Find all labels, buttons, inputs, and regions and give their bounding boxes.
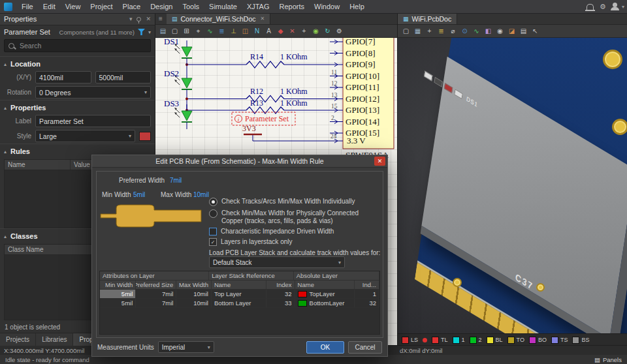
- layer-tab-bs[interactable]: BS: [572, 337, 589, 344]
- menu-item-help[interactable]: Help: [345, 1, 369, 12]
- value-r13[interactable]: 1 KOhm: [280, 99, 308, 108]
- y-coordinate-field[interactable]: 5000mil: [95, 71, 152, 83]
- resistor-r14[interactable]: [246, 61, 284, 68]
- document-menu-icon[interactable]: ≡: [155, 13, 167, 24]
- panel-close-icon[interactable]: ✕: [146, 16, 151, 22]
- no-erc-icon[interactable]: ✕: [287, 26, 298, 36]
- panel-menu-chevron-icon[interactable]: ▾: [129, 16, 133, 22]
- designator-ds3[interactable]: DS3: [164, 99, 179, 108]
- rules-col-name[interactable]: Name: [5, 160, 71, 170]
- designator-ds1[interactable]: DS1: [164, 38, 179, 46]
- cell-abs-layer[interactable]: TopLayer: [295, 290, 355, 298]
- menu-item-window[interactable]: Window: [310, 1, 344, 12]
- bus-tool-icon[interactable]: ≣: [216, 26, 227, 36]
- fit-view-icon[interactable]: ▢: [169, 26, 180, 36]
- cross-probe-icon[interactable]: ⌖: [193, 26, 204, 36]
- min-width-value[interactable]: 5mil: [133, 191, 145, 198]
- filter-chevron-icon[interactable]: ▾: [148, 29, 151, 35]
- menu-item-edit[interactable]: Edit: [39, 1, 60, 12]
- measure-icon[interactable]: ⌀: [447, 26, 458, 36]
- menu-item-tools[interactable]: Tools: [178, 1, 204, 12]
- cell-abs-index[interactable]: 32: [355, 299, 379, 307]
- layer-tab-2[interactable]: 2: [470, 337, 482, 344]
- col-min-width[interactable]: Min Width: [100, 281, 136, 289]
- gpio-label[interactable]: GPIO[8]: [346, 48, 376, 58]
- style-color-swatch[interactable]: [139, 132, 151, 141]
- layer-tab-ls[interactable]: LS: [402, 337, 418, 344]
- wire-tool-icon[interactable]: ∿: [204, 26, 216, 36]
- col-preferred-size[interactable]: Preferred Size: [136, 281, 176, 289]
- zoom-area-icon[interactable]: ⊞: [181, 26, 192, 36]
- tab-projects[interactable]: Projects: [0, 333, 36, 346]
- cell-abs-index[interactable]: 1: [355, 290, 379, 298]
- cell-preferred-size[interactable]: 7mil: [136, 299, 176, 307]
- cell-layer-index[interactable]: 33: [266, 299, 295, 307]
- user-menu-chevron-icon[interactable]: ▾: [622, 4, 624, 10]
- parameter-set-directive[interactable]: i Parameter Set: [232, 112, 295, 125]
- menu-item-simulate[interactable]: Simulate: [204, 1, 242, 12]
- col-index[interactable]: Index: [266, 281, 295, 289]
- move-tool-icon[interactable]: +: [424, 26, 435, 36]
- col-abs-name[interactable]: Name: [295, 281, 355, 289]
- ok-button[interactable]: OK: [306, 341, 344, 354]
- cell-layer-name[interactable]: Top Layer: [212, 290, 266, 298]
- value-r12[interactable]: 1 KOhm: [280, 87, 308, 96]
- value-r14[interactable]: 1 KOhm: [280, 52, 308, 61]
- cell-min-width[interactable]: 5mil: [100, 290, 136, 298]
- pcb-3d-viewport[interactable]: DS1 C37: [398, 38, 627, 333]
- highlight-net-icon[interactable]: ◉: [310, 26, 321, 36]
- menu-item-design[interactable]: Design: [146, 1, 177, 12]
- mask-icon[interactable]: ◪: [506, 26, 517, 36]
- cell-max-width[interactable]: 10mil: [176, 290, 212, 298]
- search-box[interactable]: [4, 39, 151, 52]
- cell-layer-name[interactable]: Bottom Layer: [212, 299, 266, 307]
- panels-button[interactable]: ▤ Panels: [594, 356, 622, 363]
- cell-min-width[interactable]: 5mil: [100, 299, 136, 307]
- layer-tab-1[interactable]: 1: [453, 337, 465, 344]
- measurement-units-dropdown[interactable]: Imperial ▾: [158, 341, 214, 353]
- max-width-value[interactable]: 10mil: [193, 191, 209, 198]
- filter-scope-label[interactable]: Components (and 11 more): [59, 29, 135, 36]
- cell-preferred-size[interactable]: 7mil: [136, 290, 176, 298]
- settings-gear-icon[interactable]: ⚙: [597, 3, 609, 11]
- layer-tab-bl[interactable]: BL: [487, 337, 503, 344]
- directive-icon[interactable]: ◆: [275, 26, 286, 36]
- user-account-icon[interactable]: [609, 6, 621, 7]
- menu-item-place[interactable]: Place: [118, 1, 146, 12]
- x-coordinate-field[interactable]: 4100mil: [35, 71, 91, 83]
- layer-tab-bo[interactable]: BO: [529, 337, 547, 344]
- net-label-icon[interactable]: N: [251, 26, 263, 36]
- preferences-icon[interactable]: ⚙: [334, 26, 345, 36]
- refresh-view-icon[interactable]: ↻: [322, 26, 333, 36]
- tab-pcb-document[interactable]: ▦ WiFi.PcbDoc: [398, 13, 457, 24]
- ref-r14[interactable]: R14: [250, 52, 263, 61]
- cancel-button[interactable]: Cancel: [348, 341, 382, 354]
- col-max-width[interactable]: Max Width: [176, 281, 212, 289]
- style-dropdown[interactable]: Large ▾: [35, 130, 135, 142]
- dialog-titlebar[interactable]: Edit PCB Rule (From Schematic) - Max-Min…: [92, 155, 387, 168]
- tab-close-icon[interactable]: ✕: [260, 16, 265, 22]
- cell-abs-layer[interactable]: BottomLayer: [295, 299, 355, 307]
- cell-layer-index[interactable]: 32: [266, 290, 295, 298]
- dialog-close-button[interactable]: ✕: [374, 157, 385, 166]
- snapshot-icon[interactable]: ◉: [494, 26, 506, 36]
- search-input[interactable]: [18, 41, 146, 50]
- gpio-label[interactable]: GPIO[10]: [346, 71, 379, 81]
- route-icon[interactable]: ∿: [471, 26, 482, 36]
- table-row-bottom-layer[interactable]: 5mil 7mil 10mil Bottom Layer 33 BottomLa…: [100, 299, 379, 308]
- gpio-label[interactable]: GPIO[9]: [346, 59, 376, 69]
- grid-icon[interactable]: ▦: [412, 26, 423, 36]
- tab-libraries[interactable]: Libraries: [36, 333, 73, 346]
- export-icon[interactable]: ▤: [518, 26, 529, 36]
- designator-ds2[interactable]: DS2: [164, 68, 179, 78]
- radio-check-connected[interactable]: Check Min/Max Width for Physically Conne…: [209, 209, 359, 224]
- tab-schematic-document[interactable]: ▤ Connector_WiFi.SchDoc ✕: [167, 13, 270, 24]
- text-string-icon[interactable]: A: [263, 26, 274, 36]
- radio-check-individually[interactable]: Check Tracks/Arcs Min/Max Width Individu…: [209, 198, 355, 206]
- gpio-label[interactable]: GPIO[7]: [346, 38, 376, 46]
- layer-tab-ts[interactable]: TS: [551, 337, 568, 344]
- menu-item-view[interactable]: View: [61, 1, 86, 12]
- checkbox-layers-in-stack[interactable]: ✓ Layers in layerstack only: [209, 238, 293, 246]
- layer-tab-to[interactable]: TO: [507, 337, 524, 344]
- section-location[interactable]: ▴ Location: [0, 56, 155, 70]
